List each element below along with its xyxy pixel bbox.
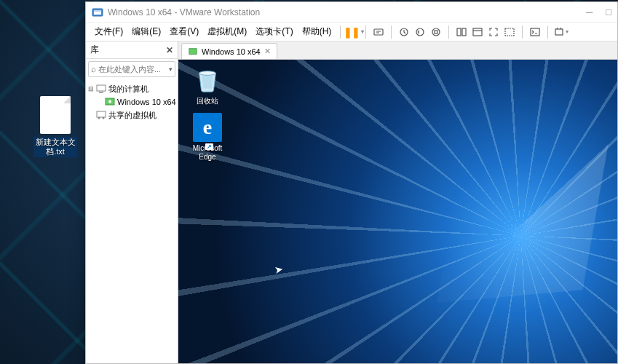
separator [522, 25, 523, 39]
computer-icon [96, 84, 106, 94]
manage-snapshot-button[interactable] [428, 24, 444, 40]
svg-rect-16 [99, 92, 103, 93]
fullscreen-button[interactable] [486, 24, 502, 40]
menu-vm[interactable]: 虚拟机(M) [203, 23, 251, 40]
svg-point-20 [98, 117, 100, 119]
fit-guest-button[interactable] [453, 24, 470, 40]
titlebar[interactable]: Windows 10 x64 - VMware Workstation ─ □ [86, 2, 617, 23]
unity-button[interactable] [502, 24, 518, 40]
separator [547, 25, 548, 39]
search-icon: ⌕ [91, 64, 96, 74]
svg-point-5 [416, 28, 424, 36]
collapse-icon[interactable]: ⊟ [87, 83, 94, 95]
svg-point-6 [432, 28, 440, 36]
menu-edit[interactable]: 编辑(E) [127, 23, 165, 40]
menubar: 文件(F) 编辑(E) 查看(V) 虚拟机(M) 选项卡(T) 帮助(H) ❚❚… [86, 23, 617, 41]
svg-rect-3 [374, 29, 383, 35]
library-panel: 库 ✕ ⌕ ▾ ⊟ 我的计算机 Windows 10 x64 [86, 41, 178, 363]
svg-rect-19 [97, 111, 106, 117]
edge-icon[interactable]: e↗ MicrosoftEdge [184, 113, 231, 162]
svg-rect-12 [505, 28, 514, 36]
host-file-icon[interactable]: 新建文本文档.txt [33, 96, 77, 157]
pause-button[interactable]: ❚❚▾ [345, 24, 361, 40]
separator [448, 25, 449, 39]
library-tree: ⊟ 我的计算机 Windows 10 x64 共享的虚拟机 [86, 79, 178, 124]
tree-label: 共享的虚拟机 [108, 109, 157, 121]
win10-wallpaper [178, 60, 617, 363]
vmware-window: Windows 10 x64 - VMware Workstation ─ □ … [85, 1, 618, 364]
snapshot-button[interactable] [396, 24, 412, 40]
separator [365, 25, 366, 39]
vmware-logo-icon [92, 7, 103, 18]
guest-screen[interactable]: 回收站 e↗ MicrosoftEdge ➤ [178, 59, 617, 363]
tab-label: Windows 10 x64 [202, 47, 261, 56]
tab-close-button[interactable]: ✕ [264, 47, 271, 56]
window-title: Windows 10 x64 - VMware Workstation [108, 7, 260, 17]
svg-rect-15 [97, 85, 106, 91]
vm-tab-icon [188, 47, 198, 57]
menu-help[interactable]: 帮助(H) [298, 23, 336, 40]
main-area: Windows 10 x64 ✕ 回收站 e↗ [178, 41, 617, 363]
svg-rect-2 [94, 10, 101, 12]
host-file-label: 新建文本文档.txt [33, 137, 77, 157]
stretch-button[interactable]: ▾ [552, 24, 569, 40]
svg-rect-7 [435, 31, 437, 33]
svg-point-18 [108, 100, 111, 103]
library-search[interactable]: ⌕ ▾ [88, 61, 175, 77]
svg-rect-8 [457, 28, 461, 36]
tree-vm-item[interactable]: Windows 10 x64 [87, 95, 176, 108]
tree-label: 我的计算机 [108, 83, 148, 95]
maximize-button[interactable]: □ [606, 7, 611, 17]
console-button[interactable] [527, 24, 543, 40]
menu-view[interactable]: 查看(V) [165, 23, 203, 40]
shared-icon [96, 110, 106, 120]
separator [340, 25, 341, 39]
recycle-bin-glyph [193, 66, 222, 95]
send-ctrl-alt-del-button[interactable] [371, 24, 387, 40]
minimize-button[interactable]: ─ [586, 7, 593, 17]
svg-point-21 [103, 117, 105, 119]
search-input[interactable] [98, 65, 167, 74]
menu-tabs[interactable]: 选项卡(T) [251, 23, 297, 40]
library-title: 库 [90, 44, 166, 56]
text-file-icon [40, 96, 71, 134]
single-window-button[interactable] [470, 24, 486, 40]
vm-icon [105, 97, 115, 107]
edge-glyph: e↗ [193, 113, 222, 142]
svg-point-23 [199, 71, 216, 76]
library-close-button[interactable]: ✕ [166, 45, 173, 55]
svg-rect-10 [473, 28, 482, 36]
svg-rect-13 [531, 28, 539, 36]
revert-snapshot-button[interactable] [412, 24, 428, 40]
tree-shared-vms[interactable]: 共享的虚拟机 [87, 108, 176, 122]
svg-rect-9 [462, 28, 466, 36]
tree-label: Windows 10 x64 [117, 96, 176, 108]
svg-rect-22 [189, 48, 197, 54]
recycle-bin-icon[interactable]: 回收站 [184, 66, 231, 106]
tab-strip: Windows 10 x64 ✕ [178, 41, 617, 59]
tree-my-computer[interactable]: ⊟ 我的计算机 [87, 82, 176, 95]
recycle-bin-label: 回收站 [184, 97, 231, 106]
menu-file[interactable]: 文件(F) [90, 23, 127, 40]
separator [391, 25, 392, 39]
svg-rect-14 [555, 29, 563, 35]
search-dropdown-icon[interactable]: ▾ [169, 66, 173, 73]
vm-tab[interactable]: Windows 10 x64 ✕ [181, 43, 277, 59]
